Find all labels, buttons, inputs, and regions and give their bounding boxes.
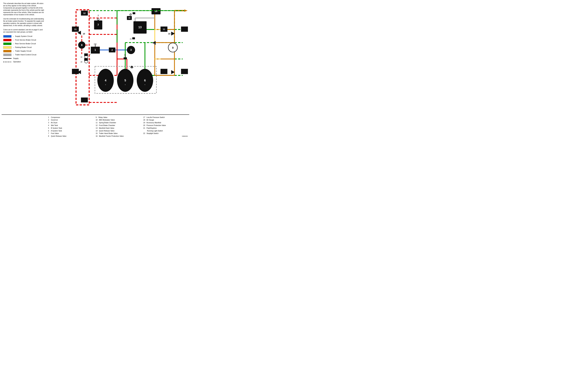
legend-trailer-hand: - Trailer Hand Control Circuit	[3, 54, 45, 56]
diagram-area: 1 2 3 4 + 5 +	[47, 2, 189, 114]
svg-rect-71	[72, 69, 79, 74]
svg-text:7: 7	[98, 15, 99, 17]
part-9: 9 Relay Valve	[96, 116, 140, 119]
part-21b: Running Light Switch	[143, 130, 188, 132]
svg-text:16: 16	[154, 10, 157, 13]
part-13: 13 Manifold Dash Valve	[96, 127, 140, 130]
trailer-hand-swatch	[3, 54, 12, 56]
supply-label: Supply System Circuit	[15, 35, 32, 37]
part-5: 5 B System Tank	[48, 127, 93, 130]
part-20: 20 Pressure Protection Valve	[143, 124, 188, 127]
svg-text:11: 11	[163, 28, 165, 30]
svg-text:15: 15	[128, 17, 130, 19]
part-12: 12 Front Brake Chamber	[96, 124, 140, 127]
svg-text:10: 10	[83, 33, 85, 35]
solid-line-icon	[3, 58, 12, 59]
svg-text:18: 18	[80, 56, 82, 58]
left-panel: This schematic describes the air brake s…	[2, 2, 47, 114]
part-19: 19 Accessory Manifold	[143, 121, 188, 124]
page-container: This schematic describes the air brake s…	[2, 2, 189, 139]
version-tag: V560228	[143, 135, 188, 137]
bottom-section: 1 Compressor 2 Governor 3 Air Dryer 4 We…	[2, 114, 189, 139]
legend-rear-brake: - Rear Service Brake Circuit	[3, 43, 45, 45]
trailer-hand-label: Trailer Hand Control Circuit	[15, 54, 36, 56]
svg-text:21: 21	[130, 38, 132, 40]
part-16: 16 Manifold Tractor Protection Valve	[96, 135, 140, 137]
part-14: 14 Quick Release Valve	[96, 130, 140, 132]
part-17: 17 Low Air Pressure Switch	[143, 116, 188, 119]
operation-line-label: Operation	[13, 60, 21, 63]
parts-list: 1 Compressor 2 Governor 3 Air Dryer 4 We…	[48, 116, 188, 137]
svg-text:3: 3	[130, 48, 132, 51]
legend-supply-line: Supply	[3, 57, 45, 60]
svg-text:5: 5	[125, 79, 126, 82]
trailer-supply-label: Trailer Supply Circuit	[15, 50, 32, 52]
svg-text:7: 7	[97, 23, 99, 26]
svg-rect-97	[124, 57, 127, 59]
svg-text:4: 4	[105, 79, 107, 82]
svg-text:20: 20	[131, 67, 133, 69]
front-brake-swatch	[3, 39, 12, 41]
svg-text:+: +	[144, 84, 145, 86]
parking-brake-label: Parking Brake Circuit	[15, 46, 32, 48]
part-22: 22 Stoplight Switch	[143, 132, 188, 135]
svg-text:14: 14	[153, 43, 155, 45]
svg-text:18: 18	[80, 61, 82, 63]
svg-text:2: 2	[111, 49, 113, 51]
parts-col-2: 9 Relay Valve 10 ABS Modulator Valve 11 …	[96, 116, 140, 137]
svg-text:1: 1	[95, 48, 96, 51]
svg-text:22: 22	[130, 13, 132, 15]
description-para3: Colors are to current standard ( see lis…	[3, 29, 45, 33]
part-18: 18 Air Gauge	[143, 119, 188, 121]
svg-text:11: 11	[74, 28, 77, 30]
svg-text:17: 17	[89, 54, 91, 56]
svg-text:12: 12	[83, 12, 86, 15]
front-brake-label: Front Service Brake Circuit	[15, 39, 36, 41]
rear-brake-label: Rear Service Brake Circuit	[15, 43, 36, 45]
svg-text:6: 6	[144, 79, 146, 82]
trailer-supply-swatch	[3, 50, 12, 52]
svg-rect-75	[160, 69, 167, 74]
svg-text:9: 9	[172, 46, 174, 49]
part-15: 15 Trailer Hand Brake Valve	[96, 132, 140, 135]
svg-text:+: +	[105, 84, 106, 86]
part-3: 3 Air Dryer	[48, 121, 93, 124]
parking-brake-swatch	[3, 46, 12, 49]
svg-text:+: +	[125, 84, 126, 86]
legend-section: - Supply System Circuit - Front Service …	[3, 35, 45, 63]
svg-text:19: 19	[124, 54, 126, 56]
supply-swatch	[3, 35, 12, 38]
part-1: 1 Compressor	[48, 116, 93, 119]
legend-front-brake: - Front Service Brake Circuit	[3, 39, 45, 41]
svg-rect-102	[132, 37, 135, 39]
part-10: 10 ABS Modulator Valve	[96, 119, 140, 121]
svg-text:17: 17	[89, 59, 91, 60]
part-11: 11 Spring Brake Chamber	[96, 121, 140, 124]
rear-brake-swatch	[3, 43, 12, 45]
legend-supply-system: - Supply System Circuit	[3, 35, 45, 38]
svg-text:8: 8	[81, 44, 82, 46]
legend-parking-brake: - Parking Brake Circuit	[3, 46, 45, 49]
supply-line-label: Supply	[13, 57, 19, 60]
svg-rect-0	[47, 2, 189, 113]
parts-col-1: 1 Compressor 2 Governor 3 Air Dryer 4 We…	[48, 116, 93, 137]
svg-rect-79	[81, 97, 88, 102]
part-8: 8 Quick Release Valve	[48, 135, 93, 137]
parts-col-3: 17 Low Air Pressure Switch 18 Air Gauge …	[143, 116, 188, 137]
description-para1: This schematic describes the air brake s…	[3, 2, 45, 16]
svg-rect-104	[133, 12, 135, 14]
part-4: 4 Wet Tank	[48, 124, 93, 127]
legend-operation-line: Operation	[3, 60, 45, 63]
svg-rect-76	[181, 69, 188, 74]
legend-trailer-supply: - Trailer Supply Circuit	[3, 50, 45, 52]
schematic-diagram: 1 2 3 4 + 5 +	[47, 2, 189, 113]
part-7: 7 Foot Valve	[48, 132, 93, 135]
top-section: This schematic describes the air brake s…	[2, 2, 189, 114]
part-21: 21 Park/Daytime	[143, 127, 188, 130]
part-2: 2 Governor	[48, 119, 93, 121]
svg-rect-74	[181, 27, 188, 32]
part-6: 6 A System Tank	[48, 130, 93, 132]
svg-text:13: 13	[138, 26, 142, 29]
description-para2: Use the schematic for troubleshooting an…	[3, 18, 45, 27]
dashed-line-icon	[3, 62, 12, 62]
